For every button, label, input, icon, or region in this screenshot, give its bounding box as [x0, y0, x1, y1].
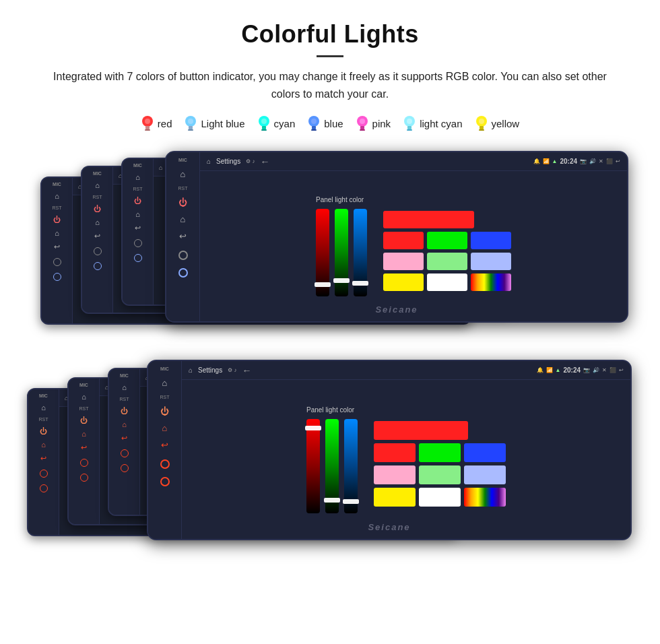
- svg-rect-3: [145, 129, 150, 131]
- color-item-cyan: cyan: [257, 115, 296, 132]
- svg-rect-22: [407, 126, 411, 129]
- svg-point-5: [188, 119, 193, 124]
- watermark-bottom: Seicane: [368, 522, 410, 532]
- page-wrapper: Colorful Lights Integrated with 7 colors…: [0, 0, 660, 579]
- color-label-red: red: [158, 118, 172, 129]
- svg-point-17: [360, 119, 365, 124]
- svg-point-21: [407, 119, 412, 124]
- bottom-device-stack: MIC ⌂ RST ⏻ ⌂ ↩ ⌂ Settings ←: [27, 360, 633, 558]
- svg-point-1: [145, 119, 150, 124]
- top-device-stack: MIC ⌂ RST ⏻ ⌂ ↩ ⌂ Sett... ←: [27, 151, 633, 340]
- color-item-lightcyan: light cyan: [403, 115, 462, 132]
- watermark-top: Seicane: [375, 304, 418, 315]
- svg-rect-10: [262, 126, 266, 129]
- svg-rect-19: [360, 129, 365, 131]
- color-item-lightblue: Light blue: [184, 115, 244, 132]
- title-section: Colorful Lights Integrated with 7 colors…: [27, 20, 633, 102]
- color-item-yellow: yellow: [475, 115, 520, 132]
- svg-rect-27: [479, 129, 484, 131]
- svg-rect-23: [407, 129, 412, 131]
- color-label-blue: blue: [324, 118, 343, 129]
- devices-section: MIC ⌂ RST ⏻ ⌂ ↩ ⌂ Sett... ←: [27, 151, 633, 558]
- bulb-icon-lightblue: [184, 115, 197, 132]
- svg-rect-18: [360, 126, 364, 129]
- svg-rect-6: [189, 126, 193, 129]
- color-item-red: red: [141, 115, 172, 132]
- color-label-lightblue: Light blue: [201, 118, 244, 129]
- subtitle-text: Integrated with 7 colors of button indic…: [40, 68, 620, 102]
- svg-rect-2: [145, 126, 150, 129]
- panel-light-label: Panel light color: [316, 196, 367, 203]
- color-label-pink: pink: [372, 118, 391, 129]
- bulb-icon-pink: [356, 115, 369, 132]
- svg-rect-7: [188, 129, 193, 131]
- bulb-icon-yellow: [475, 115, 488, 132]
- svg-point-9: [261, 119, 267, 124]
- svg-rect-26: [480, 126, 484, 129]
- bulb-icon-red: [141, 115, 154, 132]
- svg-rect-15: [311, 129, 317, 131]
- color-label-yellow: yellow: [492, 118, 520, 129]
- main-device-top: MIC ⌂ RST ⏻ ⌂ ↩ ⌂: [165, 151, 628, 323]
- title-divider: [317, 55, 343, 57]
- bulb-icon-blue: [307, 115, 321, 132]
- color-label-cyan: cyan: [274, 118, 296, 129]
- color-item-blue: blue: [307, 115, 343, 132]
- svg-point-13: [311, 119, 317, 124]
- color-indicators: red Light blue cyan: [27, 115, 633, 132]
- color-label-lightcyan: light cyan: [420, 118, 462, 129]
- color-item-pink: pink: [356, 115, 391, 132]
- bulb-icon-cyan: [257, 115, 271, 132]
- svg-rect-11: [261, 129, 267, 131]
- main-device-bottom: MIC ⌂ RST ⏻ ⌂ ↩ ⌂: [147, 360, 632, 540]
- svg-point-25: [479, 119, 484, 124]
- bulb-icon-lightcyan: [403, 115, 416, 132]
- svg-rect-14: [312, 126, 316, 129]
- page-title: Colorful Lights: [27, 20, 633, 49]
